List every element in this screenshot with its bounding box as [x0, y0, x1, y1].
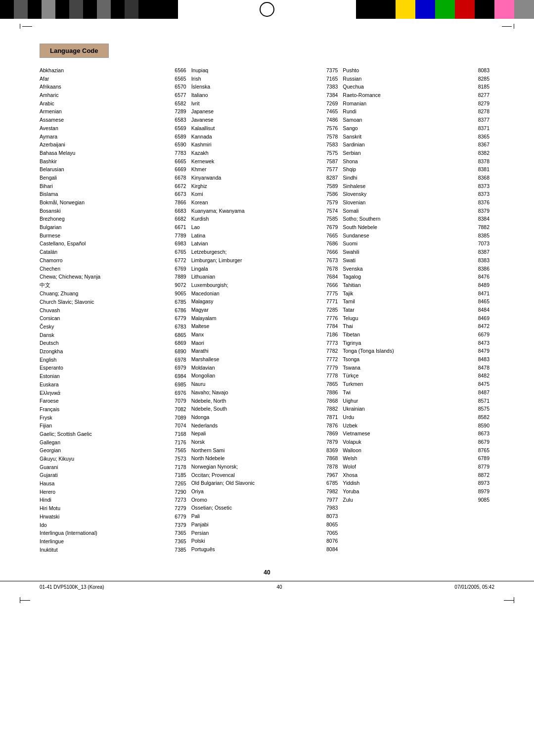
checker-cell: [125, 0, 138, 19]
lang-code: 7082: [169, 406, 186, 413]
corner-v-line: [514, 597, 514, 603]
table-row: Sundanese8385: [343, 232, 490, 239]
lang-code: 8384: [472, 215, 490, 223]
lang-name: Türkçe: [343, 372, 472, 379]
table-row: Nederlands7876: [191, 422, 338, 429]
lang-name: Zulu: [343, 496, 472, 504]
lang-name: Interlingua (International): [40, 529, 169, 537]
table-row: Sinhalese8373: [343, 183, 490, 190]
top-bar: [0, 0, 534, 19]
mark-line-h: [22, 26, 32, 27]
lang-code: 7465: [320, 108, 338, 115]
table-row: Persian7065: [191, 529, 338, 537]
color-block-black2: [475, 0, 494, 19]
table-row: Bulgarian6671: [40, 224, 186, 231]
table-row: Gaelic; Scottish Gaelic7168: [40, 430, 186, 438]
table-row: Türkçe8482: [343, 372, 490, 379]
lang-name: Sindhi: [343, 174, 472, 182]
lang-code: 9065: [169, 290, 186, 297]
table-row: Latvian7686: [191, 240, 338, 247]
corner-mark-right: [504, 597, 514, 603]
table-row: Frysk7089: [40, 414, 186, 422]
lang-name: Tahitian: [343, 282, 472, 289]
lang-code: 7290: [169, 488, 186, 496]
lang-name: Ndonga: [191, 414, 321, 421]
lang-name: Malayalam: [191, 315, 321, 322]
table-row: South Ndebele7882: [343, 224, 490, 231]
lang-code: 7779: [320, 364, 338, 372]
table-row: Shona8378: [343, 158, 490, 165]
lang-code: 8673: [472, 430, 490, 437]
table-row: Bashkir6665: [40, 158, 186, 165]
lang-name: Manx: [191, 331, 321, 338]
table-row: Rundi8278: [343, 108, 490, 115]
lang-code: 8575: [472, 405, 490, 413]
lang-code: 8476: [472, 273, 490, 281]
checker-cell: [42, 0, 55, 19]
lang-name: Northern Sami: [191, 447, 321, 454]
lang-name: Chamorro: [40, 257, 169, 264]
table-row: Deutsch6869: [40, 339, 186, 347]
lang-code: 6869: [169, 339, 186, 347]
table-row: Belarusian6669: [40, 166, 186, 173]
lang-name: Magyar: [191, 306, 321, 314]
lang-code: 7868: [320, 455, 338, 462]
lang-name: Persian: [191, 529, 321, 537]
table-row: Uighur8571: [343, 397, 490, 405]
table-row: Vietnamese8673: [343, 430, 490, 437]
table-row: Chuang; Zhuang9065: [40, 290, 186, 297]
lang-code: 7665: [320, 232, 338, 239]
lang-code: 7583: [320, 141, 338, 148]
footer-right: 07/01/2005, 05:42: [454, 584, 494, 590]
color-block-yellow: [396, 0, 415, 19]
lang-code: 8465: [472, 298, 490, 305]
lang-name: Samoan: [343, 116, 472, 124]
lang-name: Swati: [343, 257, 472, 264]
table-row: Tigrinya8473: [343, 339, 490, 347]
table-row: Avestan6569: [40, 125, 186, 132]
lang-name: Estonian: [40, 373, 169, 380]
lang-code: 9072: [169, 282, 186, 289]
lang-code: 7285: [320, 306, 338, 314]
lang-name: Corsican: [40, 315, 169, 322]
lang-name: Bulgarian: [40, 224, 169, 231]
lang-code: 6672: [169, 183, 186, 190]
lang-name: Armenian: [40, 108, 169, 115]
lang-code: 7289: [169, 108, 186, 115]
lang-name: Tsonga: [343, 356, 472, 363]
mark-line-h: [502, 26, 512, 27]
table-row: Limburgan; Limburger7673: [191, 257, 338, 264]
table-row: Ido7379: [40, 521, 186, 529]
lang-code: 7679: [320, 224, 338, 231]
lang-name: Gaelic; Scottish Gaelic: [40, 430, 169, 438]
lang-code: 8478: [472, 364, 490, 372]
lang-name: Maori: [191, 339, 321, 347]
lang-name: Letzeburgesch;: [191, 248, 321, 256]
lang-name: Kazakh: [191, 149, 321, 157]
lang-code: 8371: [472, 125, 490, 132]
lang-code: 8590: [472, 422, 490, 429]
lang-name: Chuvash: [40, 307, 169, 314]
lang-name: Occitan; Provencal: [191, 472, 321, 479]
lang-name: Ukrainian: [343, 405, 472, 413]
lang-name: Sinhalese: [343, 183, 472, 190]
lang-name: Marshallese: [191, 356, 321, 363]
table-row: Magyar7285: [191, 306, 338, 314]
lang-code: 6779: [169, 513, 186, 520]
lang-code: 7589: [320, 183, 338, 190]
lang-name: Korean: [191, 199, 321, 206]
lang-code: 7279: [169, 505, 186, 512]
left-checker: [0, 0, 178, 19]
top-bar-circle: [260, 2, 274, 17]
main-content: Language Code Abkhazian6566Afar6565Afrik…: [0, 34, 534, 564]
lang-code: 6665: [169, 158, 186, 165]
lang-code: 7982: [320, 488, 338, 495]
lang-name: Uighur: [343, 397, 472, 405]
lang-code: 7384: [320, 92, 338, 99]
table-row: Esperanto6979: [40, 364, 186, 372]
lang-name: Komi: [191, 190, 321, 198]
lang-name: Interlingue: [40, 538, 169, 545]
lang-name: Shona: [343, 158, 472, 165]
table-row: Turkmen8475: [343, 380, 490, 388]
color-block-black: [356, 0, 396, 19]
